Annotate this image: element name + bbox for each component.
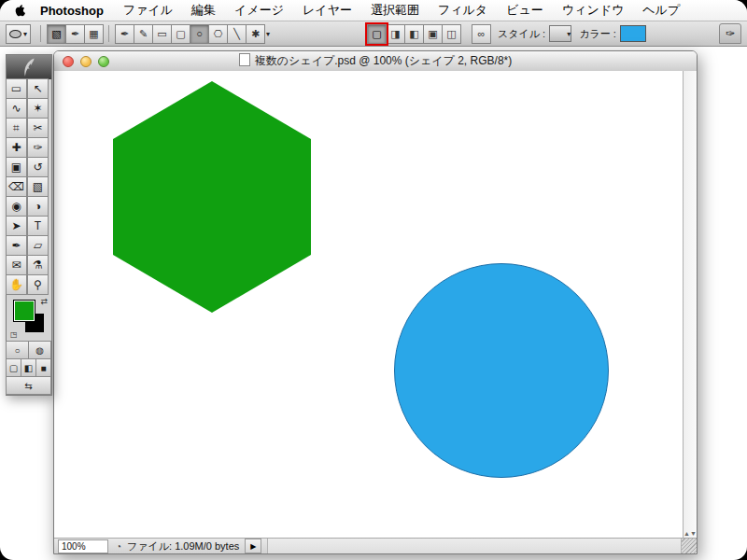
intersect-shape-areas-button[interactable]: ▣ bbox=[423, 24, 443, 44]
document-content: ▲▼ 100% ◔ ファイル: 1.09M/0 bytes ▶ bbox=[54, 71, 697, 553]
style-label: スタイル : bbox=[498, 27, 545, 41]
tool-palette: ▭ ↖ ∿ ✶ ⌗ ✂ ✚ ✑ ▣ ↺ ⌫ ▧ ◉ ◑ ➤ T ✒ ▱ ✉ ⚗ … bbox=[6, 54, 52, 396]
standard-mode-button[interactable]: ○ bbox=[6, 341, 29, 359]
add-to-shape-area-button[interactable]: ◨ bbox=[386, 24, 405, 44]
pen-tool[interactable]: ✒ bbox=[6, 235, 27, 256]
type-tool[interactable]: T bbox=[27, 216, 49, 236]
color-label: カラー : bbox=[579, 27, 616, 41]
brush-palette-icon: ✑ bbox=[726, 27, 735, 40]
shape-tool[interactable]: ▱ bbox=[27, 235, 49, 256]
photoshop-feather-icon bbox=[21, 57, 37, 77]
chain-link-button[interactable]: ∞ bbox=[472, 24, 491, 44]
custom-shape-tool-button[interactable]: ✱ bbox=[246, 24, 265, 44]
blur-tool[interactable]: ◉ bbox=[6, 196, 27, 217]
notes-tool[interactable]: ✉ bbox=[6, 255, 27, 275]
eraser-tool[interactable]: ⌫ bbox=[6, 176, 27, 197]
screenshot-root: Photoshop ファイル 編集 イメージ レイヤー 選択範囲 フィルタ ビュ… bbox=[0, 0, 747, 560]
polygon-tool-button[interactable]: ⎔ bbox=[208, 24, 228, 44]
rectangle-tool-button[interactable]: ▭ bbox=[152, 24, 172, 44]
scrollbar-arrows-icon[interactable]: ▲▼ bbox=[684, 530, 697, 538]
status-bar: 100% ◔ ファイル: 1.09M/0 bytes ▶ bbox=[54, 538, 697, 553]
jump-to-imageready-button[interactable]: ⇆ bbox=[6, 376, 51, 395]
history-brush-tool[interactable]: ↺ bbox=[27, 157, 49, 177]
zoom-tool[interactable]: ⚲ bbox=[27, 274, 49, 295]
ellipse-tool-button[interactable]: ○ bbox=[190, 24, 209, 44]
menu-image[interactable]: イメージ bbox=[225, 2, 293, 19]
menu-app-name[interactable]: Photoshop bbox=[30, 4, 114, 18]
fullscreen-with-menubar-button[interactable]: ◧ bbox=[21, 358, 36, 377]
quick-mask-row: ○ ◍ bbox=[7, 342, 51, 359]
menu-edit[interactable]: 編集 bbox=[182, 2, 225, 19]
healing-brush-tool[interactable]: ✚ bbox=[6, 137, 27, 158]
fullscreen-mode-button[interactable]: ■ bbox=[35, 358, 51, 377]
eyedropper-tool[interactable]: ⚗ bbox=[27, 255, 49, 275]
rounded-rectangle-tool-button[interactable]: ▢ bbox=[171, 24, 190, 44]
zoom-field[interactable]: 100% bbox=[58, 539, 108, 553]
freeform-pen-tool-button[interactable]: ✎ bbox=[134, 24, 153, 44]
divider bbox=[108, 25, 109, 42]
gradient-tool[interactable]: ▧ bbox=[27, 176, 49, 197]
geometry-options-dropdown[interactable]: ▾ bbox=[266, 30, 270, 38]
chevron-down-icon: ▾ bbox=[23, 30, 27, 38]
document-window: 複数のシェイプ.psd @ 100% (シェイプ 2, RGB/8*) ▲▼ 1… bbox=[53, 50, 698, 554]
path-selection-tool[interactable]: ➤ bbox=[6, 216, 27, 236]
tool-options-bar: ▾ ▧ ✒ ▦ ✒ ✎ ▭ ▢ ○ ⎔ ╲ ✱ ▾ ▢ ◨ ◧ ▣ ◫ ∞ スタ… bbox=[0, 21, 747, 47]
canvas[interactable] bbox=[54, 71, 683, 538]
subtract-from-shape-area-button[interactable]: ◧ bbox=[404, 24, 424, 44]
lasso-tool[interactable]: ∿ bbox=[6, 98, 27, 119]
menu-help[interactable]: ヘルプ bbox=[633, 2, 689, 19]
quick-mask-mode-button[interactable]: ◍ bbox=[28, 341, 51, 359]
screen-mode-row: ▢ ◧ ■ bbox=[7, 359, 51, 377]
tools-grid: ▭ ↖ ∿ ✶ ⌗ ✂ ✚ ✑ ▣ ↺ ⌫ ▧ ◉ ◑ ➤ T ✒ ▱ ✉ ⚗ … bbox=[7, 79, 51, 295]
right-triangle-icon: ▶ bbox=[250, 542, 256, 551]
new-shape-layer-button[interactable]: ▢ bbox=[367, 24, 387, 44]
shape-layers-button[interactable]: ▧ bbox=[47, 24, 66, 44]
window-title: 複数のシェイプ.psd @ 100% (シェイプ 2, RGB/8*) bbox=[54, 53, 697, 69]
crop-tool[interactable]: ⌗ bbox=[6, 118, 27, 138]
hand-tool[interactable]: ✋ bbox=[6, 274, 27, 295]
move-tool[interactable]: ↖ bbox=[27, 78, 49, 99]
chevron-down-icon: ▾ bbox=[567, 30, 571, 38]
menu-bar: Photoshop ファイル 編集 イメージ レイヤー 選択範囲 フィルタ ビュ… bbox=[0, 0, 747, 21]
menu-window[interactable]: ウィンドウ bbox=[553, 2, 634, 19]
standard-screen-mode-button[interactable]: ▢ bbox=[6, 358, 21, 377]
apple-logo-icon bbox=[13, 3, 26, 18]
rectangular-marquee-tool[interactable]: ▭ bbox=[6, 78, 27, 99]
horizontal-scrollbar[interactable] bbox=[267, 539, 681, 553]
document-proxy-icon bbox=[239, 53, 250, 66]
hexagon-shape[interactable] bbox=[113, 81, 311, 313]
brush-tool[interactable]: ✑ bbox=[27, 137, 49, 158]
fill-pixels-button[interactable]: ▦ bbox=[84, 24, 104, 44]
foreground-color-swatch[interactable] bbox=[13, 300, 35, 322]
circle-shape[interactable] bbox=[394, 263, 609, 478]
status-popup-button[interactable]: ▶ bbox=[245, 539, 261, 553]
magic-wand-tool[interactable]: ✶ bbox=[27, 98, 49, 119]
menu-filter[interactable]: フィルタ bbox=[429, 2, 497, 19]
menu-file[interactable]: ファイル bbox=[114, 2, 182, 19]
toolbox-header[interactable] bbox=[7, 55, 51, 79]
slice-tool[interactable]: ✂ bbox=[27, 118, 49, 138]
palette-well[interactable]: ✑ bbox=[719, 23, 741, 44]
dodge-tool[interactable]: ◑ bbox=[27, 196, 49, 217]
default-colors-icon[interactable]: ◳ bbox=[10, 330, 18, 339]
menu-view[interactable]: ビュー bbox=[497, 2, 553, 19]
apple-menu[interactable] bbox=[9, 3, 30, 18]
tool-preset-picker[interactable]: ▾ bbox=[6, 24, 31, 44]
paths-button[interactable]: ✒ bbox=[65, 24, 85, 44]
vertical-scrollbar[interactable]: ▲▼ bbox=[683, 71, 697, 538]
file-size-text: ファイル: 1.09M/0 bytes bbox=[127, 539, 239, 553]
line-tool-button[interactable]: ╲ bbox=[227, 24, 247, 44]
swap-colors-icon[interactable]: ⇄ bbox=[40, 297, 48, 306]
exclude-overlapping-areas-button[interactable]: ◫ bbox=[442, 24, 461, 44]
pen-tool-button[interactable]: ✒ bbox=[115, 24, 134, 44]
menu-select[interactable]: 選択範囲 bbox=[361, 2, 429, 19]
imageready-row: ⇆ bbox=[7, 377, 51, 395]
color-wells: ⇄ ◳ bbox=[7, 295, 51, 342]
ellipse-preset-icon bbox=[9, 30, 21, 38]
window-title-bar[interactable]: 複数のシェイプ.psd @ 100% (シェイプ 2, RGB/8*) bbox=[54, 51, 697, 72]
style-picker[interactable]: ▾ bbox=[549, 25, 571, 42]
window-resize-grip[interactable] bbox=[681, 539, 697, 553]
shape-color-swatch[interactable] bbox=[620, 25, 646, 42]
menu-layer[interactable]: レイヤー bbox=[293, 2, 361, 19]
clone-stamp-tool[interactable]: ▣ bbox=[6, 157, 27, 177]
